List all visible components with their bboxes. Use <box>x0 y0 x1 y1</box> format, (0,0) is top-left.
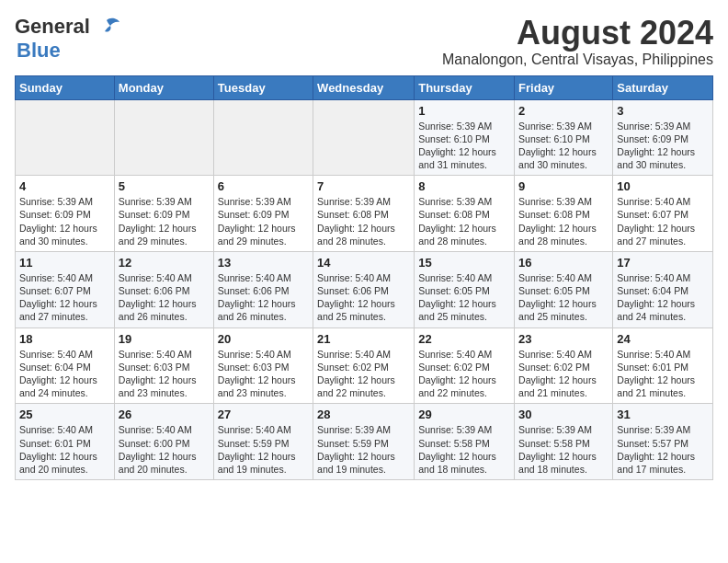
calendar-week-row: 4Sunrise: 5:39 AM Sunset: 6:09 PM Daylig… <box>16 176 713 252</box>
weekday-header: Wednesday <box>313 75 415 99</box>
day-info: Sunrise: 5:40 AM Sunset: 6:02 PM Dayligh… <box>518 348 609 400</box>
calendar-cell: 15Sunrise: 5:40 AM Sunset: 6:05 PM Dayli… <box>415 251 515 327</box>
day-number: 15 <box>418 256 510 270</box>
day-info: Sunrise: 5:40 AM Sunset: 6:03 PM Dayligh… <box>218 348 309 400</box>
day-info: Sunrise: 5:40 AM Sunset: 6:06 PM Dayligh… <box>317 271 410 324</box>
calendar-cell: 5Sunrise: 5:39 AM Sunset: 6:09 PM Daylig… <box>114 176 213 252</box>
day-info: Sunrise: 5:39 AM Sunset: 5:57 PM Dayligh… <box>617 423 709 476</box>
page-title: August 2024 <box>442 15 713 52</box>
calendar-header-row: SundayMondayTuesdayWednesdayThursdayFrid… <box>16 75 713 99</box>
calendar-cell: 30Sunrise: 5:39 AM Sunset: 5:58 PM Dayli… <box>515 404 613 480</box>
day-number: 5 <box>119 179 210 193</box>
calendar-cell: 20Sunrise: 5:40 AM Sunset: 6:03 PM Dayli… <box>213 327 313 404</box>
calendar-cell: 16Sunrise: 5:40 AM Sunset: 6:05 PM Dayli… <box>515 251 613 327</box>
day-info: Sunrise: 5:39 AM Sunset: 5:59 PM Dayligh… <box>317 423 410 476</box>
day-info: Sunrise: 5:39 AM Sunset: 6:10 PM Dayligh… <box>518 120 609 172</box>
day-info: Sunrise: 5:40 AM Sunset: 6:01 PM Dayligh… <box>617 348 709 400</box>
day-number: 31 <box>617 408 709 421</box>
calendar-cell: 1Sunrise: 5:39 AM Sunset: 6:10 PM Daylig… <box>415 99 515 176</box>
logo-general-text: General <box>15 15 90 39</box>
day-info: Sunrise: 5:40 AM Sunset: 6:04 PM Dayligh… <box>19 348 110 400</box>
day-number: 16 <box>518 256 609 270</box>
day-info: Sunrise: 5:40 AM Sunset: 6:07 PM Dayligh… <box>617 195 709 247</box>
calendar-week-row: 18Sunrise: 5:40 AM Sunset: 6:04 PM Dayli… <box>16 327 713 404</box>
calendar-cell: 17Sunrise: 5:40 AM Sunset: 6:04 PM Dayli… <box>613 251 713 327</box>
title-block: August 2024 Manalongon, Central Visayas,… <box>442 15 713 68</box>
day-number: 19 <box>119 332 210 346</box>
logo-bird-icon <box>92 17 121 37</box>
calendar-cell: 9Sunrise: 5:39 AM Sunset: 6:08 PM Daylig… <box>515 176 613 252</box>
day-number: 11 <box>19 256 110 270</box>
day-info: Sunrise: 5:39 AM Sunset: 6:08 PM Dayligh… <box>317 195 410 247</box>
day-info: Sunrise: 5:39 AM Sunset: 6:09 PM Dayligh… <box>218 195 309 247</box>
day-number: 2 <box>518 104 609 118</box>
calendar-cell <box>313 99 415 176</box>
calendar-cell: 27Sunrise: 5:40 AM Sunset: 5:59 PM Dayli… <box>213 404 313 480</box>
day-number: 14 <box>317 256 410 270</box>
calendar-cell: 3Sunrise: 5:39 AM Sunset: 6:09 PM Daylig… <box>613 99 713 176</box>
day-info: Sunrise: 5:40 AM Sunset: 6:07 PM Dayligh… <box>19 271 110 324</box>
day-number: 9 <box>518 179 609 193</box>
day-number: 7 <box>317 179 410 193</box>
day-info: Sunrise: 5:39 AM Sunset: 6:09 PM Dayligh… <box>617 120 709 172</box>
day-info: Sunrise: 5:40 AM Sunset: 6:06 PM Dayligh… <box>218 271 309 324</box>
logo: General Blue <box>15 15 121 63</box>
calendar-cell: 10Sunrise: 5:40 AM Sunset: 6:07 PM Dayli… <box>613 176 713 252</box>
calendar-week-row: 11Sunrise: 5:40 AM Sunset: 6:07 PM Dayli… <box>16 251 713 327</box>
day-number: 3 <box>617 104 709 118</box>
calendar-cell: 19Sunrise: 5:40 AM Sunset: 6:03 PM Dayli… <box>114 327 213 404</box>
day-info: Sunrise: 5:40 AM Sunset: 6:06 PM Dayligh… <box>119 271 210 324</box>
calendar-cell: 26Sunrise: 5:40 AM Sunset: 6:00 PM Dayli… <box>114 404 213 480</box>
calendar-cell <box>16 99 115 176</box>
day-info: Sunrise: 5:40 AM Sunset: 6:05 PM Dayligh… <box>418 271 510 324</box>
day-number: 24 <box>617 332 709 346</box>
day-info: Sunrise: 5:40 AM Sunset: 6:03 PM Dayligh… <box>119 348 210 400</box>
day-number: 29 <box>418 408 510 421</box>
day-number: 1 <box>418 104 510 118</box>
calendar-cell: 29Sunrise: 5:39 AM Sunset: 5:58 PM Dayli… <box>415 404 515 480</box>
calendar-cell: 31Sunrise: 5:39 AM Sunset: 5:57 PM Dayli… <box>613 404 713 480</box>
calendar-cell: 11Sunrise: 5:40 AM Sunset: 6:07 PM Dayli… <box>16 251 115 327</box>
calendar-cell: 2Sunrise: 5:39 AM Sunset: 6:10 PM Daylig… <box>515 99 613 176</box>
calendar-cell: 6Sunrise: 5:39 AM Sunset: 6:09 PM Daylig… <box>213 176 313 252</box>
day-info: Sunrise: 5:40 AM Sunset: 6:01 PM Dayligh… <box>19 423 110 476</box>
day-info: Sunrise: 5:39 AM Sunset: 6:10 PM Dayligh… <box>418 120 510 172</box>
weekday-header: Saturday <box>613 75 713 99</box>
day-info: Sunrise: 5:40 AM Sunset: 6:00 PM Dayligh… <box>119 423 210 476</box>
day-number: 4 <box>19 179 110 193</box>
day-number: 30 <box>518 408 609 421</box>
day-info: Sunrise: 5:39 AM Sunset: 5:58 PM Dayligh… <box>418 423 510 476</box>
day-info: Sunrise: 5:40 AM Sunset: 6:02 PM Dayligh… <box>317 348 410 400</box>
day-info: Sunrise: 5:40 AM Sunset: 5:59 PM Dayligh… <box>218 423 309 476</box>
calendar-cell: 7Sunrise: 5:39 AM Sunset: 6:08 PM Daylig… <box>313 176 415 252</box>
day-info: Sunrise: 5:40 AM Sunset: 6:02 PM Dayligh… <box>418 348 510 400</box>
day-number: 12 <box>119 256 210 270</box>
day-number: 17 <box>617 256 709 270</box>
calendar-cell: 12Sunrise: 5:40 AM Sunset: 6:06 PM Dayli… <box>114 251 213 327</box>
calendar-cell: 13Sunrise: 5:40 AM Sunset: 6:06 PM Dayli… <box>213 251 313 327</box>
calendar-cell <box>114 99 213 176</box>
day-number: 25 <box>19 408 110 421</box>
day-number: 26 <box>119 408 210 421</box>
day-info: Sunrise: 5:39 AM Sunset: 6:08 PM Dayligh… <box>418 195 510 247</box>
day-info: Sunrise: 5:39 AM Sunset: 6:08 PM Dayligh… <box>518 195 609 247</box>
day-number: 8 <box>418 179 510 193</box>
calendar-cell <box>213 99 313 176</box>
weekday-header: Thursday <box>415 75 515 99</box>
weekday-header: Tuesday <box>213 75 313 99</box>
calendar-cell: 21Sunrise: 5:40 AM Sunset: 6:02 PM Dayli… <box>313 327 415 404</box>
page-header: General Blue August 2024 Manalongon, Cen… <box>15 15 713 68</box>
calendar-cell: 14Sunrise: 5:40 AM Sunset: 6:06 PM Dayli… <box>313 251 415 327</box>
calendar-cell: 8Sunrise: 5:39 AM Sunset: 6:08 PM Daylig… <box>415 176 515 252</box>
day-number: 22 <box>418 332 510 346</box>
day-info: Sunrise: 5:40 AM Sunset: 6:04 PM Dayligh… <box>617 271 709 324</box>
day-number: 21 <box>317 332 410 346</box>
day-number: 13 <box>218 256 309 270</box>
calendar-week-row: 1Sunrise: 5:39 AM Sunset: 6:10 PM Daylig… <box>16 99 713 176</box>
day-info: Sunrise: 5:39 AM Sunset: 5:58 PM Dayligh… <box>518 423 609 476</box>
calendar-cell: 25Sunrise: 5:40 AM Sunset: 6:01 PM Dayli… <box>16 404 115 480</box>
day-info: Sunrise: 5:40 AM Sunset: 6:05 PM Dayligh… <box>518 271 609 324</box>
page-subtitle: Manalongon, Central Visayas, Philippines <box>442 52 713 68</box>
day-number: 27 <box>218 408 309 421</box>
day-number: 28 <box>317 408 410 421</box>
